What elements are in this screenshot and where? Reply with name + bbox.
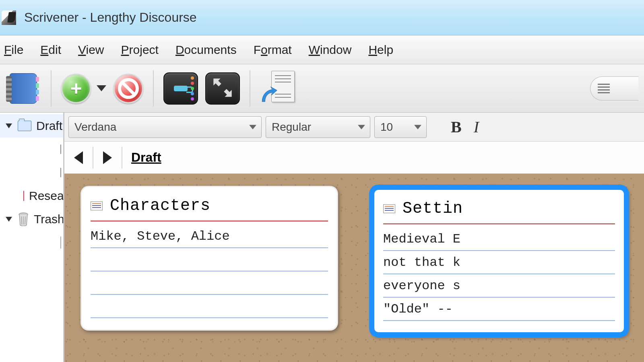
text-document-icon [60, 144, 61, 154]
chevron-down-icon [414, 125, 421, 129]
font-size-selector[interactable]: 10 [374, 116, 427, 138]
binder-label: Draft [36, 119, 62, 133]
disclosure-triangle-icon[interactable] [6, 123, 12, 128]
menu-project[interactable]: Project [121, 43, 159, 57]
folder-icon [18, 121, 31, 131]
italic-button[interactable]: I [470, 117, 483, 136]
binder-item-untitled[interactable]: Untitled [0, 231, 63, 254]
shortcut-arrow-icon [260, 86, 278, 104]
binder-sidebar: Draft Characters Setting Research Trash … [0, 113, 64, 362]
binder-label: Trash [34, 212, 64, 226]
card-rule [383, 223, 615, 224]
chevron-down-icon [249, 125, 256, 129]
binder-label: Research [29, 189, 64, 203]
blank-document-icon [60, 237, 61, 249]
format-bar: Verdana Regular 10 B I [64, 113, 644, 142]
nav-back-button[interactable] [68, 146, 89, 170]
editor-path-title[interactable]: Draft [131, 150, 161, 165]
triangle-right-icon [103, 151, 112, 164]
chevron-down-icon [358, 125, 365, 129]
text-document-icon [60, 168, 61, 177]
corkboard[interactable]: Characters Mike, Steve, Alice Settin Med… [64, 174, 644, 362]
toolbar-separator [51, 70, 52, 107]
toolbar-separator [250, 70, 250, 107]
bold-button[interactable]: B [447, 117, 466, 136]
quick-reference-button[interactable] [260, 71, 295, 106]
font-family-value: Verdana [74, 121, 116, 134]
main-toolbar: + [0, 64, 644, 113]
binder-item-setting[interactable]: Setting [0, 161, 63, 184]
research-folder-icon [23, 191, 24, 201]
card-rule [91, 220, 328, 222]
index-card-characters[interactable]: Characters Mike, Steve, Alice [80, 186, 338, 331]
font-style-selector[interactable]: Regular [266, 116, 370, 138]
disclosure-triangle-icon[interactable] [6, 217, 12, 222]
no-entry-icon [118, 78, 139, 99]
binder-item-characters[interactable]: Characters [0, 138, 63, 161]
color-dots-icon [191, 76, 194, 101]
app-icon [2, 10, 16, 25]
nav-separator [93, 147, 93, 169]
index-card-setting[interactable]: Settin Medieval E not that k everyone s … [370, 186, 628, 336]
card-synopsis[interactable]: Medieval E not that k everyone s "Olde" … [383, 228, 615, 332]
menu-window[interactable]: Window [309, 43, 352, 57]
card-title[interactable]: Characters [110, 197, 211, 215]
toolbar-separator [153, 70, 154, 107]
editor-area: Verdana Regular 10 B I Draft [64, 113, 644, 362]
add-button[interactable]: + [61, 74, 91, 103]
menu-view[interactable]: View [78, 43, 104, 57]
binder-toggle-button[interactable] [6, 71, 41, 106]
font-style-value: Regular [272, 121, 311, 134]
menu-edit[interactable]: Edit [40, 43, 61, 57]
window-title: Scrivener - Lengthy Discourse [24, 10, 197, 25]
card-title[interactable]: Settin [402, 200, 463, 218]
menu-documents[interactable]: Documents [175, 43, 237, 57]
window-titlebar: Scrivener - Lengthy Discourse [0, 0, 644, 35]
keywords-button[interactable] [163, 72, 198, 105]
editor-nav-bar: Draft [64, 142, 644, 174]
menu-help[interactable]: Help [368, 43, 393, 57]
nav-separator [122, 147, 122, 169]
expand-icon [212, 77, 233, 100]
delete-button[interactable] [114, 74, 143, 103]
binder-item-trash[interactable]: Trash [0, 208, 63, 231]
menu-bar: File Edit View Project Documents Format … [0, 35, 644, 64]
key-icon [174, 86, 188, 91]
text-document-icon [91, 202, 103, 210]
nav-forward-button[interactable] [97, 146, 118, 170]
card-synopsis[interactable]: Mike, Steve, Alice [91, 225, 328, 329]
text-document-icon [383, 204, 395, 213]
binder-item-research[interactable]: Research [0, 184, 63, 208]
menu-file[interactable]: File [4, 43, 23, 57]
add-dropdown-caret[interactable] [97, 85, 106, 91]
fullscreen-button[interactable] [205, 72, 240, 105]
menu-format[interactable]: Format [254, 43, 292, 57]
document-view-icon [598, 84, 610, 93]
trash-icon [18, 212, 29, 226]
font-size-value: 10 [380, 121, 393, 134]
plus-icon: + [70, 77, 82, 100]
font-family-selector[interactable]: Verdana [68, 116, 262, 138]
triangle-left-icon [74, 151, 83, 164]
binder-item-draft[interactable]: Draft [0, 114, 63, 138]
view-mode-toggle[interactable] [590, 76, 638, 101]
